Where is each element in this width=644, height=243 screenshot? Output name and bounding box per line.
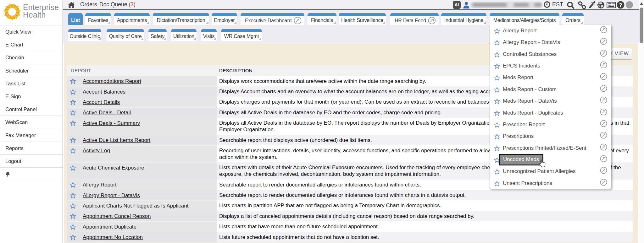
svg-text:?: ? bbox=[619, 2, 622, 8]
